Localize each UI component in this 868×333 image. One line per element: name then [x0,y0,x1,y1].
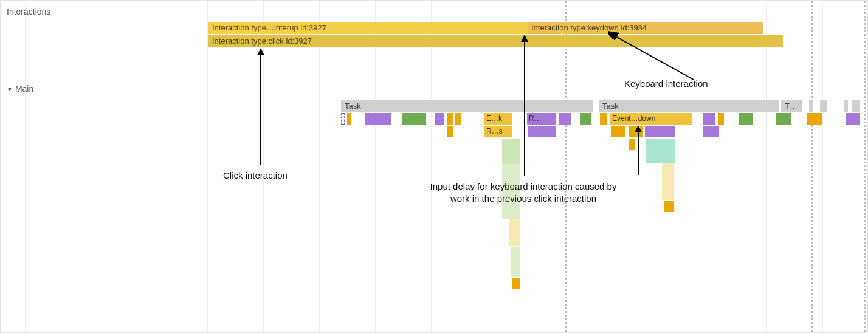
flame-slice[interactable] [718,113,724,125]
flame-slice[interactable] [645,126,675,137]
flame-slice[interactable] [807,113,822,125]
annotation-arrow [524,36,525,176]
flame-task[interactable]: Task [341,100,593,112]
flame-slice[interactable] [341,113,345,125]
annotation-click: Click interaction [223,170,288,182]
flame-slice[interactable] [611,126,625,137]
flame-slice[interactable] [646,139,675,163]
flame-task[interactable]: Task [599,100,779,112]
flame-task[interactable]: T… [781,100,802,112]
flame-slice[interactable] [447,126,453,137]
label-text: Interactions [7,7,50,16]
flame-slice[interactable] [664,201,674,212]
flame-slice[interactable] [502,139,520,164]
flame-event[interactable]: E…k [484,113,512,125]
flame-slice[interactable] [703,126,719,137]
annotation-arrow [260,49,261,165]
flame-event-down[interactable]: Event…down [610,113,692,125]
flame-slice[interactable] [809,100,813,112]
timeline-grid [25,1,867,332]
flame-slice[interactable] [662,163,674,200]
flame-slice[interactable] [600,113,607,125]
flame-slice[interactable] [580,113,591,125]
timeline-marker [864,1,866,332]
flame-slice[interactable] [435,113,444,125]
flame-slice[interactable] [347,113,351,125]
flame-slice[interactable] [559,113,571,125]
chevron-down-icon[interactable]: ▼ [7,86,13,92]
flame-slice[interactable] [846,113,860,125]
interaction-bar-pointerup[interactable]: Interaction type…interup id:3927 [208,22,528,34]
flame-slice[interactable] [511,247,520,277]
flame-slice[interactable] [509,219,520,246]
flame-slice[interactable] [776,113,791,125]
flame-slice[interactable] [844,100,848,112]
flame-event[interactable]: R… [527,113,556,125]
track-label-interactions[interactable]: Interactions [7,7,50,16]
flame-event[interactable]: R…s [484,126,512,137]
flame-slice[interactable] [852,100,860,112]
timeline-marker [811,1,813,332]
performance-panel: Interactions ▼ Main Interaction type…int… [0,0,868,333]
flame-slice[interactable] [703,113,715,125]
annotation-keyboard: Keyboard interaction [624,78,708,90]
timeline-marker [565,1,567,332]
flame-slice[interactable] [739,113,753,125]
svg-line-0 [615,36,694,80]
flame-slice[interactable] [447,113,453,125]
flame-slice[interactable] [455,113,461,125]
flame-slice[interactable] [528,126,556,137]
flame-slice[interactable] [629,139,635,150]
track-label-main[interactable]: ▼ Main [7,84,33,94]
flame-slice[interactable] [512,278,520,289]
flame-slice[interactable] [402,113,426,125]
annotation-arrow [638,126,639,175]
annotation-input-delay: Input delay for keyboard interaction cau… [426,180,621,205]
label-text: Main [15,84,33,94]
flame-slice[interactable] [820,100,827,112]
flame-slice[interactable] [365,113,391,125]
